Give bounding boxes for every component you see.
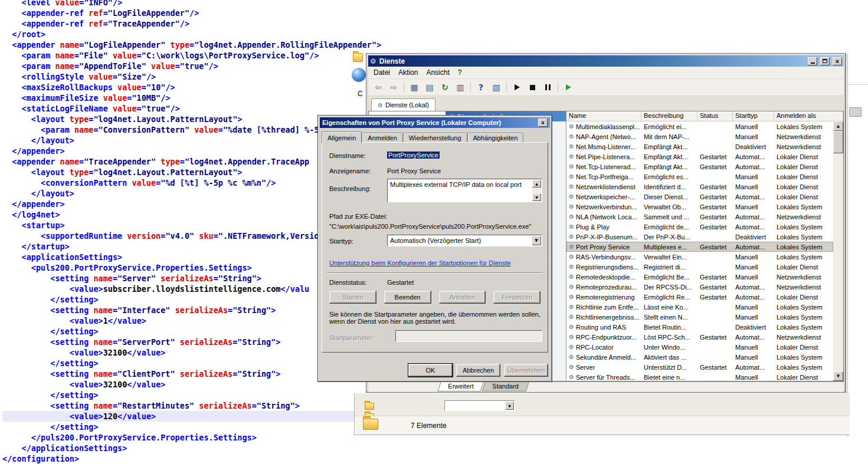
stop-button[interactable]: Beenden bbox=[384, 291, 431, 304]
services-window-titlebar[interactable]: ⚙ Dienste × bbox=[368, 55, 844, 67]
service-row[interactable]: ⚙Server für Threads...Bietet eine n...Ma… bbox=[566, 372, 833, 381]
back-icon[interactable]: ⇦ bbox=[371, 81, 385, 94]
service-name-label: Dienstname: bbox=[329, 152, 366, 159]
view-tab-standard[interactable]: Standard bbox=[482, 382, 529, 391]
service-gear-icon: ⚙ bbox=[569, 294, 574, 300]
scroll-down-icon[interactable]: ▼ bbox=[833, 371, 843, 381]
service-row[interactable]: ⚙NetzwerklistendienstIdentifiziert d...G… bbox=[566, 182, 833, 192]
forward-icon[interactable]: ⇨ bbox=[386, 81, 401, 94]
service-row[interactable]: ⚙RAS-Verbindungsv...Verwaltet Ein...Manu… bbox=[566, 252, 833, 262]
start-parameters-input[interactable] bbox=[395, 330, 542, 342]
service-row[interactable]: ⚙Multimediaklassenpl...Ermöglicht ei...M… bbox=[566, 121, 833, 131]
service-control-buttons: StartenBeendenAnhaltenFortsetzen bbox=[329, 291, 541, 304]
service-row[interactable]: ⚙NLA (Network Loca...Sammelt und ...Gest… bbox=[566, 212, 833, 222]
service-row[interactable]: ⚙Net.Msmq-Listener...Empfängt Akt...Deak… bbox=[566, 141, 833, 152]
service-row[interactable]: ⚙Richtlinienergebniss...Stellt einen N..… bbox=[566, 312, 833, 322]
console-tabstrip: ⚙ Dienste (Lokal) bbox=[368, 96, 844, 111]
service-row[interactable]: ⚙Remoteprozedurau...Der RPCSS-Di...Gesta… bbox=[566, 282, 833, 292]
chevron-down-icon[interactable]: ▼ bbox=[505, 402, 514, 410]
service-row[interactable]: ⚙Net.Pipe-Listenera...Empfängt Akt...Ges… bbox=[566, 152, 833, 162]
description-text: Multiplexes external TCP/IP data on loca… bbox=[390, 181, 522, 188]
services-scrollbar[interactable]: ▲ ▼ bbox=[833, 121, 843, 381]
service-description: Multiplexes e... bbox=[641, 243, 697, 251]
service-row[interactable]: ⚙Netzwerkverbindun...Verwaltet Ob...Gest… bbox=[566, 202, 833, 212]
startup-type-select[interactable]: Automatisch (Verzögerter Start) ▼ bbox=[387, 235, 542, 246]
restart-service-icon[interactable] bbox=[561, 81, 575, 94]
minimize-button[interactable] bbox=[808, 57, 817, 65]
properties-icon[interactable]: ▤ bbox=[422, 81, 437, 94]
service-logon-as: Lokaler Dienst bbox=[774, 193, 833, 200]
export-list-icon[interactable]: ▥ bbox=[453, 81, 467, 94]
startup-type-value: Automatisch (Verzögerter Start) bbox=[388, 237, 532, 244]
maximize-button[interactable] bbox=[820, 57, 830, 65]
display-name-value[interactable]: Port Proxy Service bbox=[387, 167, 441, 175]
column-header-status[interactable]: Status bbox=[697, 111, 733, 121]
service-row[interactable]: ⚙Remotedesktopdie...Ermöglicht Be...Gest… bbox=[566, 272, 833, 282]
service-logon-as: Lokaler Dienst bbox=[774, 183, 833, 190]
service-row[interactable]: ⚙Plug & PlayErmöglicht de...GestartetAut… bbox=[566, 222, 833, 232]
column-header-name[interactable]: Name bbox=[566, 111, 641, 121]
show-console-tree-icon[interactable]: ▦ bbox=[407, 81, 421, 94]
apply-button[interactable]: Übernehmen bbox=[504, 364, 548, 377]
resume-button[interactable]: Fortsetzen bbox=[493, 291, 541, 304]
column-header-anmelden-als[interactable]: Anmelden als bbox=[774, 111, 843, 121]
help-icon[interactable]: ? bbox=[474, 81, 488, 94]
service-name-value[interactable]: PortProxyService bbox=[387, 152, 440, 159]
stop-service-icon[interactable] bbox=[525, 81, 539, 94]
column-header-starttyp[interactable]: Starttyp bbox=[733, 111, 774, 121]
service-row[interactable]: ⚙Port Proxy ServiceMultiplexes e...Gesta… bbox=[566, 242, 833, 252]
pause-service-icon[interactable] bbox=[541, 81, 555, 94]
refresh-icon[interactable]: ↻ bbox=[438, 81, 452, 94]
service-row[interactable]: ⚙RPC-LocatorUnter Windo...ManuellLokaler… bbox=[566, 342, 833, 352]
service-row[interactable]: ⚙ServerUnterstützt D...GestartetAutomat.… bbox=[566, 362, 833, 372]
column-header-beschreibung[interactable]: Beschreibung bbox=[641, 111, 697, 121]
scrollbar-thumb[interactable] bbox=[833, 131, 843, 153]
service-row[interactable]: ⚙Richtlinie zum Entfe...Lässt eine Ko...… bbox=[566, 302, 833, 312]
close-button[interactable]: × bbox=[833, 57, 842, 65]
tab-allgemein[interactable]: Allgemein bbox=[322, 131, 362, 143]
close-button[interactable]: × bbox=[538, 119, 548, 127]
service-startup-type: Manuell bbox=[733, 264, 774, 271]
service-row[interactable]: ⚙Sekundäre Anmeld...Aktiviert das ...Man… bbox=[566, 352, 833, 362]
cancel-button[interactable]: Abbrechen bbox=[456, 364, 500, 377]
scroll-up-icon[interactable]: ▲ bbox=[833, 121, 843, 131]
description-box[interactable]: Multiplexes external TCP/IP data on loca… bbox=[387, 179, 542, 202]
service-status: Gestartet bbox=[697, 213, 733, 221]
folder-view-dropdown[interactable]: ▼ bbox=[444, 400, 515, 411]
service-row[interactable]: ⚙Net.Tcp-Listenerad...Empfängt Akt...Ges… bbox=[566, 162, 833, 172]
view-tab-erweitert[interactable]: Erweitert bbox=[437, 382, 484, 391]
service-row[interactable]: ⚙PnP-X-IP-Busenum...Der PnP-X-Bu...Deakt… bbox=[566, 232, 833, 242]
service-row[interactable]: ⚙Routing und RASBietet Routin...Deaktivi… bbox=[566, 322, 833, 332]
start-service-icon[interactable] bbox=[510, 81, 524, 94]
ok-button[interactable]: OK bbox=[408, 364, 453, 377]
menu-item-aktion[interactable]: Aktion bbox=[394, 67, 422, 78]
tab-abhngigkeiten[interactable]: Abhängigkeiten bbox=[467, 133, 524, 143]
pause-button[interactable]: Anhalten bbox=[439, 291, 486, 304]
menu-item-hilfe[interactable]: ? bbox=[454, 67, 466, 78]
service-status: Gestartet bbox=[697, 203, 733, 210]
start-button[interactable]: Starten bbox=[329, 291, 376, 304]
menu-item-ansicht[interactable]: Ansicht bbox=[422, 67, 453, 78]
scroll-down-icon[interactable]: ▼ bbox=[532, 193, 541, 201]
scroll-up-icon[interactable]: ▲ bbox=[532, 180, 541, 187]
dialog-titlebar[interactable]: Eigenschaften von Port Proxy Service (Lo… bbox=[320, 117, 550, 128]
service-row[interactable]: ⚙RPC-Endpunktzuor...Löst RPC-Sch...Gesta… bbox=[566, 332, 833, 342]
service-description: Ermöglicht Re... bbox=[641, 294, 697, 301]
extended-view-icon[interactable]: ▧ bbox=[489, 81, 503, 94]
menu-item-datei[interactable]: Datei bbox=[369, 67, 394, 78]
service-row[interactable]: ⚙NAP-Agent (Netwo...Mit dem NAP-...Manue… bbox=[566, 131, 833, 141]
service-row[interactable]: ⚙Netzwerkspeicher-...Dieser Dienst...Ges… bbox=[566, 192, 833, 202]
minimize-icon bbox=[811, 62, 815, 64]
service-row[interactable]: ⚙RemoteregistrierungErmöglicht Re...Gest… bbox=[566, 292, 833, 302]
service-row[interactable]: ⚙Registrierungsdiens...Registriert di...… bbox=[566, 262, 833, 272]
service-row[interactable]: ⚙Net.Tcp-Portfreiga...Ermöglicht es...Ma… bbox=[566, 172, 833, 182]
console-tab-dienste-lokal[interactable]: ⚙ Dienste (Lokal) bbox=[371, 98, 435, 111]
startup-options-help-link[interactable]: Unterstützung beim Konfigurieren der Sta… bbox=[329, 259, 511, 266]
explorer-window-icon bbox=[353, 53, 363, 62]
tab-anmelden[interactable]: Anmelden bbox=[362, 133, 403, 143]
description-scrollbar[interactable]: ▲ ▼ bbox=[532, 180, 541, 201]
scrollbar-thumb[interactable] bbox=[849, 107, 862, 117]
chevron-down-icon[interactable]: ▼ bbox=[532, 236, 541, 245]
tab-wiederherstellung[interactable]: Wiederherstellung bbox=[403, 133, 467, 143]
exe-path-value: "C:\work\ais\puls200.PortProxyService\pu… bbox=[329, 223, 531, 230]
